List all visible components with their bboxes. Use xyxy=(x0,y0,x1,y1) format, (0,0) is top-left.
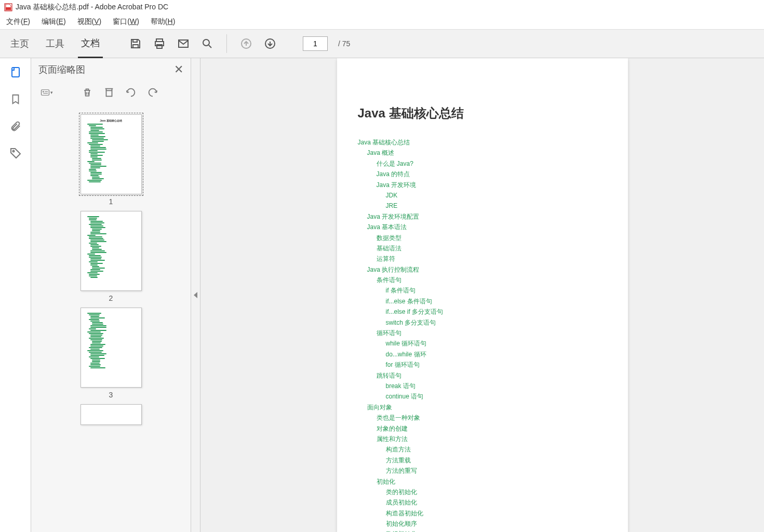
options-icon[interactable]: ▾ xyxy=(41,86,53,99)
menu-view[interactable]: 视图(V) xyxy=(77,17,102,26)
thumbnail-1[interactable]: Java 基础核心总结 1 xyxy=(81,114,142,206)
toc-link[interactable]: 对象的创建 xyxy=(377,423,607,434)
toc-link[interactable]: 类也是一种对象 xyxy=(377,413,607,423)
toc-link[interactable]: 初始化顺序 xyxy=(386,518,607,529)
table-of-contents: Java 基础核心总结Java 概述什么是 Java?Java 的特点Java … xyxy=(358,137,607,532)
page-number-input[interactable] xyxy=(303,36,328,51)
save-icon[interactable] xyxy=(129,37,142,50)
tab-document[interactable]: 文档 xyxy=(78,29,103,58)
print-icon[interactable] xyxy=(153,37,166,50)
document-page: Java 基础核心总结 Java 基础核心总结Java 概述什么是 Java?J… xyxy=(337,58,628,532)
svg-point-13 xyxy=(43,91,44,92)
search-icon[interactable] xyxy=(200,37,214,50)
collapse-icon xyxy=(194,292,197,298)
undo-icon[interactable] xyxy=(125,86,137,99)
menu-file[interactable]: 文件(F) xyxy=(6,17,30,26)
menu-edit[interactable]: 编辑(E) xyxy=(42,17,66,26)
toc-link[interactable]: 循环语句 xyxy=(377,328,607,338)
svg-rect-14 xyxy=(106,90,112,96)
menubar: 文件(F) 编辑(E) 视图(V) 窗口(W) 帮助(H) xyxy=(0,15,764,29)
toc-link[interactable]: 方法重载 xyxy=(386,455,607,466)
thumbnail-3[interactable]: 3 xyxy=(81,308,142,399)
titlebar: Java 基础核心总结.pdf - Adobe Acrobat Pro DC xyxy=(0,0,764,15)
toc-link[interactable]: 运算符 xyxy=(377,254,607,264)
toc-link[interactable]: continue 语句 xyxy=(386,391,607,402)
svg-rect-1 xyxy=(6,7,11,10)
toc-link[interactable]: break 语句 xyxy=(386,381,607,391)
nav-bookmarks-icon[interactable] xyxy=(9,92,22,106)
thumbnail-4[interactable] xyxy=(81,404,142,425)
toc-link[interactable]: if...else if 多分支语句 xyxy=(386,307,607,317)
page-title: Java 基础核心总结 xyxy=(358,105,607,122)
redo-icon[interactable] xyxy=(146,86,159,99)
svg-point-11 xyxy=(12,151,14,152)
toc-link[interactable]: 跳转语句 xyxy=(377,370,607,381)
thumb2-num: 2 xyxy=(81,294,142,302)
svg-rect-3 xyxy=(133,45,138,48)
nav-attachments-icon[interactable] xyxy=(9,119,22,133)
svg-rect-12 xyxy=(42,90,49,96)
thumbs-tools: ▾ xyxy=(31,81,191,104)
toc-link[interactable]: 面向对象 xyxy=(367,402,607,413)
nav-thumbnails-icon[interactable] xyxy=(9,65,22,79)
toc-link[interactable]: 条件语句 xyxy=(377,275,607,285)
tab-home[interactable]: 主页 xyxy=(7,29,32,58)
toc-link[interactable]: Java 基本语法 xyxy=(367,222,607,232)
mail-icon[interactable] xyxy=(177,37,190,50)
menu-help[interactable]: 帮助(H) xyxy=(151,17,175,26)
toc-link[interactable]: 类的初始化 xyxy=(386,487,607,497)
svg-point-8 xyxy=(203,39,209,46)
toc-link[interactable]: Java 基础核心总结 xyxy=(358,137,607,148)
toc-link[interactable]: for 循环语句 xyxy=(386,360,607,370)
thumb1-title: Java 基础核心总结 xyxy=(84,119,138,122)
toc-link[interactable]: Java 概述 xyxy=(367,148,607,158)
prev-page-icon[interactable] xyxy=(239,37,253,50)
toc-link[interactable]: 构造器初始化 xyxy=(386,508,607,518)
thumb1-num: 1 xyxy=(81,197,142,206)
toc-link[interactable]: Java 开发环境配置 xyxy=(367,211,607,222)
delete-icon[interactable] xyxy=(81,86,93,99)
toc-link[interactable]: Java 的特点 xyxy=(377,169,607,179)
toc-link[interactable]: while 循环语句 xyxy=(386,338,607,349)
rotate-page-icon[interactable] xyxy=(103,86,115,99)
toc-link[interactable]: 构造方法 xyxy=(386,444,607,455)
document-area[interactable]: Java 基础核心总结 Java 基础核心总结Java 概述什么是 Java?J… xyxy=(200,58,764,532)
window-title: Java 基础核心总结.pdf - Adobe Acrobat Pro DC xyxy=(16,3,168,12)
toc-link[interactable]: Java 执行控制流程 xyxy=(367,264,607,275)
thumbs-scroll[interactable]: Java 基础核心总结 1 2 3 xyxy=(31,104,191,532)
next-page-icon[interactable] xyxy=(263,37,277,50)
toc-link[interactable]: 基础语法 xyxy=(377,243,607,254)
toolbar: 主页 工具 文档 / 75 xyxy=(0,29,764,58)
toc-link[interactable]: if...else 条件语句 xyxy=(386,296,607,307)
toc-link[interactable]: do...while 循环 xyxy=(386,349,607,360)
toc-link[interactable]: Java 开发环境 xyxy=(377,180,607,190)
toc-link[interactable]: 初始化 xyxy=(377,476,607,487)
menu-window[interactable]: 窗口(W) xyxy=(113,17,139,26)
toc-link[interactable]: switch 多分支语句 xyxy=(386,317,607,328)
thumbs-title: 页面缩略图 xyxy=(38,63,85,76)
toc-link[interactable]: 属性和方法 xyxy=(377,434,607,444)
page-total: / 75 xyxy=(338,39,350,48)
nav-tags-icon[interactable] xyxy=(9,147,22,160)
toc-link[interactable]: JRE xyxy=(386,201,607,211)
toc-link[interactable]: 成员初始化 xyxy=(386,497,607,508)
svg-rect-2 xyxy=(133,39,137,42)
panel-divider[interactable] xyxy=(191,58,200,532)
toc-link[interactable]: 什么是 Java? xyxy=(377,158,607,169)
thumbs-header: 页面缩略图 ✕ xyxy=(31,58,191,81)
thumbnail-2[interactable]: 2 xyxy=(81,211,142,302)
nav-strip xyxy=(0,58,31,532)
workspace: 页面缩略图 ✕ ▾ Java 基础核心总结 1 2 xyxy=(0,58,764,532)
tab-tools[interactable]: 工具 xyxy=(43,29,68,58)
separator xyxy=(226,34,227,53)
toc-link[interactable]: JDK xyxy=(386,190,607,201)
close-icon[interactable]: ✕ xyxy=(174,63,183,76)
toc-link[interactable]: 数组初始化 xyxy=(386,529,607,532)
pdf-icon xyxy=(4,3,12,11)
thumbnails-panel: 页面缩略图 ✕ ▾ Java 基础核心总结 1 2 xyxy=(31,58,191,532)
toc-link[interactable]: if 条件语句 xyxy=(386,285,607,296)
toc-link[interactable]: 方法的重写 xyxy=(386,466,607,476)
thumb3-num: 3 xyxy=(81,391,142,399)
toc-link[interactable]: 数据类型 xyxy=(377,233,607,243)
